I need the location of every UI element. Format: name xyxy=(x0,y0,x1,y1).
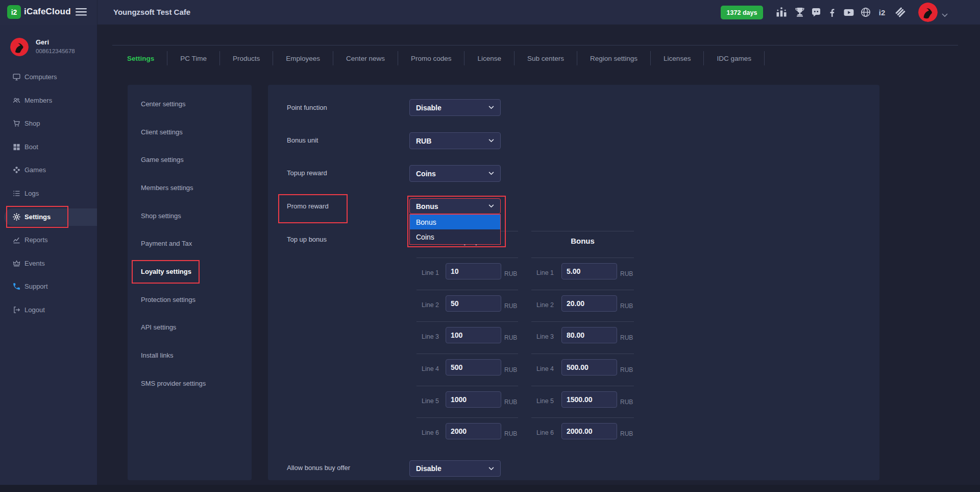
ranking-icon[interactable] xyxy=(775,6,788,18)
cart-icon xyxy=(12,119,21,128)
tab-settings[interactable]: Settings xyxy=(121,51,167,65)
point-function-label: Point function xyxy=(287,104,327,111)
table-row: Line 6 RUB xyxy=(531,417,634,450)
submenu-api-settings[interactable]: API settings xyxy=(141,319,176,336)
allow-bonus-buy-offer-select[interactable]: Disable xyxy=(409,460,501,477)
promo-option-coins[interactable]: Coins xyxy=(410,229,500,244)
user-phone: 008612345678 xyxy=(36,48,75,54)
sidebar-item-games[interactable]: Games xyxy=(0,161,97,179)
select-value: Disable xyxy=(416,104,442,112)
currency-label: RUB xyxy=(620,366,633,373)
line-label: Line 4 xyxy=(422,365,439,372)
submenu-payment-and-tax[interactable]: Payment and Tax xyxy=(141,236,192,252)
topup-column: Top up Line 1 RUB Line 2 RUB Line 3 RUB … xyxy=(416,231,518,451)
youtube-icon[interactable] xyxy=(843,6,855,18)
tab-idc-games[interactable]: IDC games xyxy=(704,51,765,65)
bonus-line-1-input[interactable] xyxy=(561,263,617,279)
promo-reward-select[interactable]: Bonus xyxy=(409,198,501,214)
hamburger-icon[interactable] xyxy=(76,8,87,17)
sidebar-item-shop[interactable]: Shop xyxy=(0,115,97,132)
sidebar-item-computers[interactable]: Computers xyxy=(0,68,97,86)
submenu-install-links[interactable]: Install links xyxy=(141,347,174,364)
settings-submenu-panel: Center settings Client settings Game set… xyxy=(128,85,252,480)
submenu-protection-settings[interactable]: Protection settings xyxy=(141,292,195,308)
trophy-icon[interactable] xyxy=(794,6,806,18)
currency-label: RUB xyxy=(504,399,517,406)
tab-pc-time[interactable]: PC Time xyxy=(167,51,220,65)
tab-products[interactable]: Products xyxy=(220,51,273,65)
topup-line-2-input[interactable] xyxy=(446,295,501,312)
days-remaining-badge[interactable]: 1372 days xyxy=(721,6,763,19)
computers-icon xyxy=(12,73,21,81)
currency-label: RUB xyxy=(504,430,517,437)
topup-line-4-input[interactable] xyxy=(446,359,501,376)
tab-licenses[interactable]: Licenses xyxy=(651,51,704,65)
currency-label: RUB xyxy=(504,366,517,373)
submenu-loyalty-settings[interactable]: Loyalty settings xyxy=(141,264,191,280)
currency-label: RUB xyxy=(620,430,633,437)
avatar[interactable] xyxy=(918,3,938,22)
tab-center-news[interactable]: Center news xyxy=(333,51,398,65)
submenu-members-settings[interactable]: Members settings xyxy=(141,180,193,196)
table-row: Line 2 RUB xyxy=(416,290,518,322)
cafe-name-title: Youngzsoft Test Cafe xyxy=(113,8,190,16)
bonus-line-5-input[interactable] xyxy=(561,391,617,408)
sidebar-item-boot[interactable]: Boot xyxy=(0,138,97,156)
brand-logo-icon: i2 xyxy=(7,5,21,19)
bonus-line-2-input[interactable] xyxy=(561,295,617,312)
sidebar-item-label: Settings xyxy=(24,213,51,221)
submenu-center-settings[interactable]: Center settings xyxy=(141,96,185,112)
icafecloud-icon[interactable]: i2 xyxy=(876,6,888,18)
tab-employees[interactable]: Employees xyxy=(273,51,333,65)
user-avatar[interactable] xyxy=(10,38,29,56)
tab-region-settings[interactable]: Region settings xyxy=(577,51,651,65)
promo-option-bonus[interactable]: Bonus xyxy=(410,215,500,229)
chevron-down-icon[interactable] xyxy=(942,10,948,14)
discord-icon[interactable] xyxy=(810,6,822,18)
promo-reward-dropdown: Bonus Coins xyxy=(409,214,501,245)
members-icon xyxy=(12,96,21,105)
sidebar-item-support[interactable]: Support xyxy=(0,278,97,295)
bonus-unit-select[interactable]: RUB xyxy=(409,132,501,149)
line-label: Line 3 xyxy=(422,333,439,340)
submenu-shop-settings[interactable]: Shop settings xyxy=(141,208,181,224)
submenu-game-settings[interactable]: Game settings xyxy=(141,152,184,168)
bonus-column: Bonus Line 1 RUB Line 2 RUB Line 3 RUB L… xyxy=(531,231,634,451)
topbar-divider xyxy=(97,0,97,25)
sidebar-item-label: Events xyxy=(24,260,45,267)
table-row: Line 5 RUB xyxy=(416,386,518,418)
tab-promo-codes[interactable]: Promo codes xyxy=(398,51,465,65)
table-row: Line 1 RUB xyxy=(531,257,634,290)
sidebar-item-settings[interactable]: Settings xyxy=(0,208,97,226)
submenu-client-settings[interactable]: Client settings xyxy=(141,124,183,140)
sidebar-item-reports[interactable]: Reports xyxy=(0,231,97,249)
tab-sub-centers[interactable]: Sub centers xyxy=(514,51,577,65)
sidebar-item-members[interactable]: Members xyxy=(0,92,97,109)
sidebar-item-logs[interactable]: Logs xyxy=(0,185,97,202)
globe-icon[interactable] xyxy=(860,6,872,18)
submenu-sms-provider-settings[interactable]: SMS provider settings xyxy=(141,376,206,392)
currency-label: RUB xyxy=(504,302,517,310)
currency-label: RUB xyxy=(620,302,633,310)
user-name: Geri xyxy=(36,38,49,46)
bonus-line-3-input[interactable] xyxy=(561,327,617,343)
table-row: Line 4 RUB xyxy=(416,354,518,386)
topup-line-1-input[interactable] xyxy=(446,263,501,279)
topup-line-3-input[interactable] xyxy=(446,327,501,343)
point-function-select[interactable]: Disable xyxy=(409,99,501,116)
sidebar-item-label: Shop xyxy=(24,120,40,127)
tab-license[interactable]: License xyxy=(464,51,514,65)
phone-icon xyxy=(12,282,21,291)
topup-line-6-input[interactable] xyxy=(446,423,501,439)
topup-reward-select[interactable]: Coins xyxy=(409,165,501,182)
sidebar-item-events[interactable]: Events xyxy=(0,255,97,272)
topup-line-5-input[interactable] xyxy=(446,391,501,408)
bonus-line-6-input[interactable] xyxy=(561,423,617,439)
chart-icon xyxy=(12,236,21,244)
currency-label: RUB xyxy=(620,334,633,341)
list-icon xyxy=(12,189,21,198)
facebook-icon[interactable] xyxy=(826,6,838,18)
bonus-line-4-input[interactable] xyxy=(561,359,617,376)
sidebar-item-logout[interactable]: Logout xyxy=(0,301,97,319)
layers-icon[interactable] xyxy=(894,6,906,18)
